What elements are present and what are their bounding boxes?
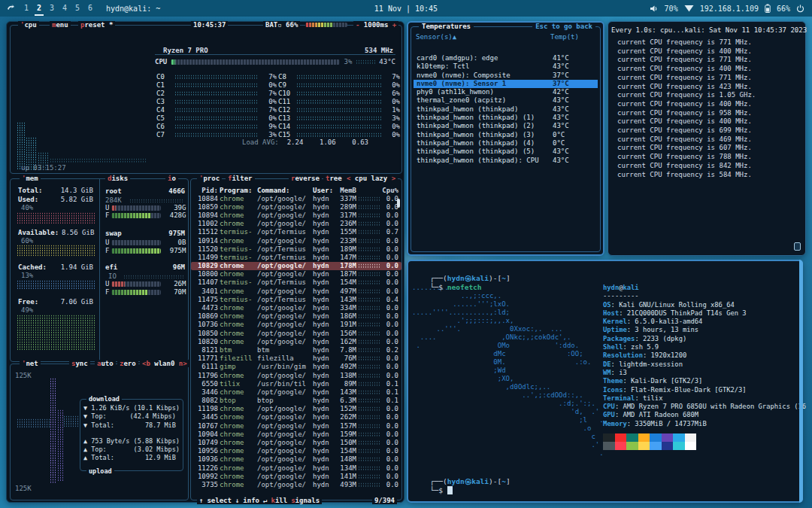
menu-button[interactable]: menu [50, 21, 71, 29]
select-up-key[interactable]: ↑ [199, 497, 203, 504]
info-value: : 1920x1200 [643, 351, 686, 359]
proc-pid: 11512 [194, 228, 218, 236]
table-row[interactable]: 4473chrome/opt/google/hydn334M0.0 [191, 303, 401, 312]
table-row[interactable]: 10800chrome/opt/google/hydn187M0.0 [191, 270, 401, 278]
table-row[interactable]: 3401chrome/opt/google/hydn497M0.0 [191, 287, 401, 295]
core-usage-graph [296, 91, 382, 96]
sensor-row[interactable]: nvme0 (nvme): Sensor 137°C [414, 80, 598, 88]
mem-used-label: Used: [18, 196, 38, 203]
neofetch-window: ┌──(hydn㉿kali)-[~] └─$ neofetch ........… [407, 260, 803, 503]
table-row[interactable]: 11407termius-/opt/Termiushydn154M0.0 [191, 278, 401, 287]
net-box-title[interactable]: 'net [20, 360, 41, 367]
watch-line: current CPU frequency is 771 MHz. [617, 74, 805, 83]
table-row[interactable]: 8082btopbtophydn6.3M0.1 [191, 397, 401, 405]
table-row[interactable]: 10820chrome/opt/google/hydn162M0.0 [191, 337, 401, 345]
table-row[interactable]: 10749chrome/opt/google/hydn150M0.0 [191, 438, 401, 446]
info-value: : 3350MiB / 14737MiB [627, 420, 707, 427]
table-row[interactable]: 11512termius-/opt/Termiushydn155M0.7 [191, 228, 401, 236]
table-row[interactable]: 10736chrome/opt/google/hydn191M0.0 [191, 321, 401, 329]
proc-program: chrome [220, 473, 256, 480]
proc-box-title[interactable]: 'proc [197, 175, 222, 182]
table-row[interactable]: 11771filezillfilezillahydn76M0.0 [191, 354, 401, 363]
net-zero-toggle[interactable]: zero [117, 360, 138, 367]
core-usage-graph [174, 116, 259, 120]
proc-pid: 10894 [194, 211, 218, 219]
proc-tree-toggle[interactable]: tree [323, 175, 344, 182]
kill-button[interactable]: kill [271, 497, 287, 504]
proc-pid: 11475 [194, 296, 218, 303]
proc-cpu-pct: 0.0 [382, 447, 398, 455]
table-row[interactable]: 8121btmbtmhydn7.8M0.2 [191, 345, 401, 354]
sensor-row[interactable]: thinkpad_hwmon (thinkpad)43°C [414, 105, 598, 114]
table-row[interactable]: 10884chrome/opt/google/hydn337M0.0 [191, 194, 401, 202]
prompt-input-line[interactable]: └─$ [413, 478, 453, 503]
sensor-row[interactable]: card0 (amdgpu): edge41°C [414, 54, 598, 62]
table-row[interactable]: 6111gimp/usr/bin/gimhydn492M0.0 [191, 363, 401, 371]
proc-mem: 289M [335, 203, 356, 211]
table-row[interactable]: 11475termius-/opt/Termiushydn143M0.4 [191, 295, 401, 303]
table-row[interactable]: 10956chrome/opt/google/hydn154M0.0 [191, 447, 401, 455]
temp-column-header[interactable]: Temp(t) [550, 33, 595, 41]
table-row[interactable]: 11520termius-/opt/Termiushydn189M0.0 [191, 245, 401, 253]
table-row[interactable]: 10894chrome/opt/google/hydn317M0.0 [191, 211, 401, 219]
terminal-cursor[interactable] [447, 486, 453, 494]
info-button[interactable]: info [243, 497, 259, 504]
disks-io-toggle[interactable]: io [165, 175, 178, 182]
net-sync-toggle[interactable]: sync [69, 360, 90, 367]
disks-box-title[interactable]: disks [105, 175, 130, 182]
sensor-row[interactable]: thermal_zone0 (acpitz)43°C [414, 96, 598, 105]
table-row[interactable]: 10829chrome/opt/google/hydn178M0.0 [191, 262, 401, 270]
proc-command: /opt/google/ [257, 455, 311, 463]
sensor-row[interactable]: thinkpad_hwmon (thinkpad) (4)0°C [414, 139, 598, 148]
sensor-row[interactable]: k10temp: Tctl43°C [414, 62, 598, 71]
table-row[interactable]: 10904chrome/opt/google/hydn159M0.0 [191, 430, 401, 438]
cpu-box-title[interactable]: 'cpu [18, 21, 39, 29]
proc-pid: 10904 [194, 430, 218, 438]
interval-control[interactable]: - 1000ms + [353, 21, 398, 29]
sensor-row[interactable]: phy0 (ath11k_hwmon)42°C [414, 88, 598, 96]
net-auto-toggle[interactable]: auto [95, 360, 116, 367]
proc-scrollbar[interactable] [397, 199, 400, 208]
table-row[interactable]: 10936chrome/opt/google/hydn148M0.0 [191, 455, 401, 464]
net-interface-switch[interactable]: <b wlan0 n> [140, 360, 189, 367]
preset-button[interactable]: preset * [78, 21, 115, 29]
table-row[interactable]: 11226chrome/opt/google/hydn134M0.0 [191, 464, 401, 472]
table-row[interactable]: 10859chrome/opt/google/hydn289M0.0 [191, 202, 401, 211]
select-label[interactable]: select [207, 497, 232, 504]
table-row[interactable]: 10850chrome/opt/google/hydn156M0.0 [191, 329, 401, 337]
table-row[interactable]: 10992chrome/opt/google/hydn141M0.0 [191, 472, 401, 480]
sensor-row[interactable]: thinkpad_hwmon (thinkpad) (2)43°C [414, 122, 598, 130]
core-usage-pct: 0% [385, 81, 400, 89]
proc-user: hydn [313, 254, 334, 261]
select-down-key[interactable]: ↓ [235, 497, 239, 504]
proc-sort-selector[interactable]: < cpu lazy > [344, 175, 398, 182]
sensor-row[interactable]: thinkpad_hwmon (thinkpad): CPU43°C [414, 157, 598, 165]
core-row-C4: C47% [156, 105, 277, 114]
table-row[interactable]: 10869chrome/opt/google/hydn186M0.0 [191, 312, 401, 321]
sensor-row[interactable]: thinkpad_hwmon (thinkpad) (5)43°C [414, 148, 598, 156]
sensor-row[interactable]: nvme0 (nvme): Composite37°C [414, 71, 598, 80]
proc-reverse-toggle[interactable]: reverse [289, 175, 322, 182]
core-name: C2 [156, 90, 171, 97]
top-bar: 123456 hydn@kali: ~ 11 Nov | 10:45 70% 1… [0, 0, 812, 17]
table-row[interactable]: 3445chrome/opt/google/hydn262M0.0 [191, 413, 401, 421]
proc-filter-button[interactable]: filter [226, 175, 255, 182]
table-row[interactable]: 11002chrome/opt/google/hydn236M0.0 [191, 220, 401, 228]
table-row[interactable]: 10914chrome/opt/google/hydn233M0.0 [191, 236, 401, 245]
scroll-indicator[interactable] [794, 242, 801, 251]
disk-swap-free-row: F 975M [105, 247, 186, 254]
table-row[interactable]: 3446chrome/opt/google/hydn143M0.1 [191, 388, 401, 396]
sensor-row[interactable]: thinkpad_hwmon (thinkpad) (1)43°C [414, 114, 598, 122]
sensor-row[interactable]: thinkpad_hwmon (thinkpad) (3)0°C [414, 131, 598, 139]
clock: 11 Nov | 10:45 [0, 5, 812, 13]
table-row[interactable]: 11499termius-/opt/Termiushydn147M0.0 [191, 253, 401, 261]
mem-box-title[interactable]: 'mem [20, 175, 41, 182]
table-row[interactable]: 3735chrome/opt/google/hydn493M0.0 [191, 480, 401, 488]
core-usage-pct: 3% [262, 131, 277, 138]
table-row[interactable]: 11198chrome/opt/google/hydn152M0.0 [191, 405, 401, 413]
sensor-column-header[interactable]: Sensor(s)▲ [416, 33, 550, 41]
table-row[interactable]: 6550tilix/usr/bin/tilhydn89M0.1 [191, 379, 401, 388]
table-row[interactable]: 10767chrome/opt/google/hydn157M0.0 [191, 421, 401, 430]
table-row[interactable]: 11796chrome/opt/google/hydn138M0.0 [191, 371, 401, 379]
signals-button[interactable]: signals [291, 497, 320, 504]
